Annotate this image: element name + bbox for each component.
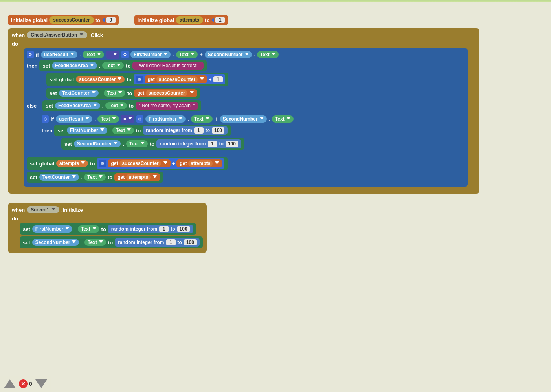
dropdown-arrow-19 — [206, 117, 209, 121]
text-counter-pill-1[interactable]: TextCounter — [59, 90, 99, 97]
math-block-1[interactable]: ⚙ get successCounter + 1 — [134, 74, 225, 84]
dropdown-arrow-20 — [260, 117, 264, 121]
init-attempts-block[interactable]: initialize global attempts to 1 — [134, 15, 228, 25]
text-pill-8[interactable]: Text — [191, 115, 213, 123]
user-result-pill-1[interactable]: userResult — [41, 51, 77, 58]
random-block-4[interactable]: random integer from 1 to 100 — [115, 238, 200, 247]
first-number-pill-2[interactable]: FirstNumber — [145, 115, 186, 123]
eq-block-1[interactable]: = — [106, 51, 119, 59]
text-counter-pill-2[interactable]: TextCounter — [39, 174, 79, 181]
second-number-pill-set[interactable]: SecondNumber — [74, 140, 121, 147]
gear-icon-2[interactable]: ⚙ — [121, 51, 129, 58]
get-success-counter-1[interactable]: get successCounter — [145, 75, 207, 83]
dropdown-arrow-25 — [141, 142, 145, 146]
set-text-counter-block[interactable]: set TextCounter . Text to get successCou… — [46, 88, 200, 99]
init-label: initialize global — [11, 17, 48, 23]
eq-block-2[interactable]: = — [121, 115, 134, 123]
set-second-number-init-block[interactable]: set SecondNumber . Text to random intege… — [20, 236, 203, 248]
first-number-pill-set[interactable]: FirstNumber — [67, 127, 107, 134]
set-first-number-init-block[interactable]: set FirstNumber . Text to random integer… — [20, 223, 196, 235]
set-text-counter-row: set TextCounter . Text to get successCou… — [46, 88, 465, 99]
attempts-pill-set[interactable]: attempts — [56, 160, 88, 167]
if-block-1: ⚙ if userResult . Text = ⚙ — [24, 48, 468, 187]
random-block-3[interactable]: random integer from 1 to 100 — [108, 225, 193, 233]
text-pill-4[interactable]: Text — [102, 62, 124, 69]
feedback-area-pill-2[interactable]: FeedBackArea — [55, 102, 100, 109]
init-value-0: 0 — [106, 17, 116, 23]
dropdown-arrow-10 — [200, 77, 204, 81]
error-icon[interactable]: ✕ — [19, 379, 28, 388]
get-attempts-1[interactable]: get attempts — [176, 159, 222, 167]
get-success-counter-3[interactable]: get successCounter — [108, 159, 170, 167]
dropdown-arrow-3 — [163, 53, 167, 57]
num-1: 1 — [213, 76, 223, 82]
set-feedback-not-same[interactable]: set FeedBackArea . Text to " Not the sam… — [42, 100, 201, 111]
init-attempts-label: initialize global — [138, 17, 174, 23]
set-success-counter-row: set global successCounter to ⚙ get succe… — [46, 73, 465, 86]
success-counter-tag[interactable]: successCounter — [49, 16, 94, 24]
random-1-val-4: 1 — [166, 239, 176, 245]
text-pill-1[interactable]: Text — [83, 51, 104, 58]
user-result-pill-2[interactable]: userResult — [56, 115, 92, 123]
when-header: when CheckAnswerButton .Click — [12, 31, 476, 38]
screen1-tag[interactable]: Screen1 — [27, 206, 59, 213]
text-pill-10[interactable]: Text — [112, 127, 134, 134]
dropdown-arrow-31 — [153, 175, 157, 179]
first-number-pill-init[interactable]: FirstNumber — [32, 225, 72, 233]
gear-icon-5[interactable]: ⚙ — [136, 115, 143, 123]
text-pill-12[interactable]: Text — [84, 174, 106, 181]
when-block-container: when CheckAnswerButton .Click do ⚙ if us… — [8, 28, 479, 194]
get-success-counter-2[interactable]: get successCounter — [134, 89, 197, 97]
second-number-pill-init[interactable]: SecondNumber — [32, 239, 79, 246]
screen1-when-header: when Screen1 .Initialize — [12, 206, 203, 213]
random-100-val-2: 100 — [226, 141, 238, 147]
text-pill-14[interactable]: Text — [84, 239, 106, 246]
do-label-2: do — [12, 216, 18, 222]
text-pill-2[interactable]: Text — [176, 51, 198, 58]
feedback-area-pill-1[interactable]: FeedBackArea — [52, 62, 97, 69]
gear-icon-3[interactable]: ⚙ — [136, 76, 143, 83]
second-number-pill-2[interactable]: SecondNumber — [220, 115, 267, 123]
check-answer-button-tag[interactable]: CheckAnswerButton — [27, 31, 87, 38]
else-row: else set FeedBackArea . Text to " Not th… — [27, 100, 465, 111]
if-row-1: ⚙ if userResult . Text = ⚙ — [27, 51, 465, 59]
screen1-when-container: when Screen1 .Initialize do set FirstNum… — [8, 203, 207, 253]
get-attempts-2[interactable]: get attempts — [114, 173, 160, 181]
text-pill-7[interactable]: Text — [97, 115, 119, 123]
random-block-1[interactable]: random integer from 1 to 100 — [143, 126, 228, 135]
if-label-1: if — [36, 52, 39, 58]
math-block-2[interactable]: ⚙ get successCounter + get attempts — [97, 158, 224, 169]
text-pill-9[interactable]: Text — [272, 115, 294, 123]
first-number-pill-1[interactable]: FirstNumber — [130, 51, 171, 58]
success-counter-pill-2[interactable]: successCounter — [76, 76, 125, 83]
second-number-pill-1[interactable]: SecondNumber — [205, 51, 252, 58]
to-label: to — [96, 17, 100, 23]
random-block-2[interactable]: random integer from 1 to 100 — [156, 139, 241, 148]
set-feedback-well-done[interactable]: set FeedBackArea . Text to " Well done! … — [39, 60, 206, 71]
canvas: initialize global successCounter to 0 in… — [0, 3, 551, 261]
dropdown-arrow-13 — [190, 91, 194, 95]
scroll-up-button[interactable] — [4, 379, 16, 388]
do-row: do — [12, 41, 476, 47]
set-first-number-block[interactable]: set FirstNumber . Text to — [54, 125, 231, 136]
init-success-block[interactable]: initialize global successCounter to 0 — [8, 15, 119, 25]
random-1-val: 1 — [194, 127, 204, 134]
plus-2: + — [215, 116, 218, 122]
text-pill-3[interactable]: Text — [257, 51, 279, 58]
set-attempts-block[interactable]: set global attempts to ⚙ get successCoun… — [27, 157, 228, 170]
gear-icon-1[interactable]: ⚙ — [27, 51, 34, 58]
gear-icon-4[interactable]: ⚙ — [42, 115, 49, 123]
text-pill-11[interactable]: Text — [126, 140, 148, 147]
text-pill-5[interactable]: Text — [104, 90, 125, 97]
set-text-counter-attempts-row: set TextCounter . Text to get attempts — [27, 172, 465, 183]
text-pill-13[interactable]: Text — [78, 225, 99, 233]
set-second-number-block[interactable]: set SecondNumber . Text to random integ — [61, 138, 244, 150]
text-pill-6[interactable]: Text — [105, 102, 127, 109]
scroll-down-button[interactable] — [35, 379, 47, 388]
gear-icon-6[interactable]: ⚙ — [99, 160, 106, 167]
init-attempts: initialize global attempts to 1 — [134, 15, 228, 25]
set-success-counter-block[interactable]: set global successCounter to ⚙ get succe… — [46, 73, 228, 86]
attempts-tag[interactable]: attempts — [176, 16, 203, 24]
chevron-down-icon — [79, 33, 83, 37]
set-text-counter-attempts-block[interactable]: set TextCounter . Text to get attempts — [27, 172, 163, 183]
